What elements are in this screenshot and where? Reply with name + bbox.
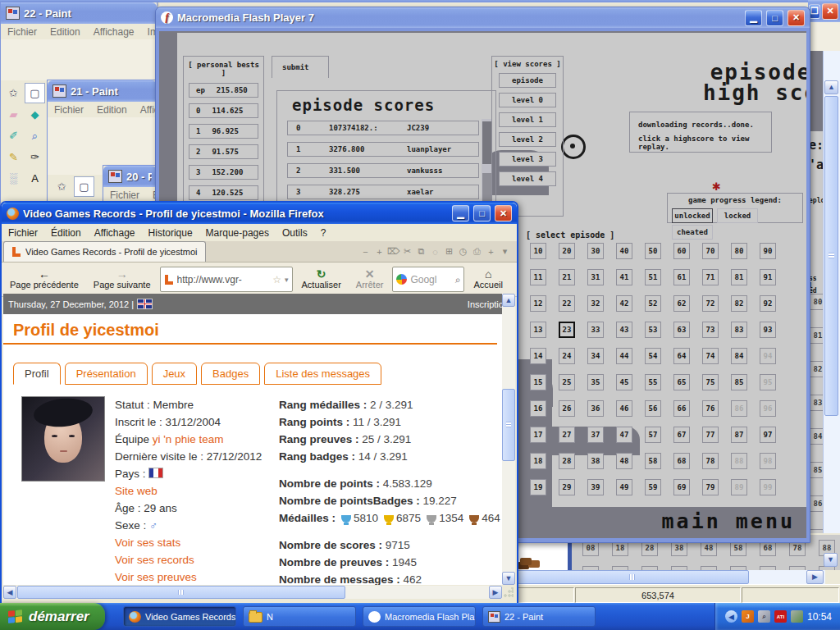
- close-button[interactable]: ✕: [788, 10, 805, 26]
- java-tray-icon[interactable]: J: [742, 610, 754, 623]
- profile-link[interactable]: Voir ses stats: [115, 536, 180, 549]
- episode-cell-25[interactable]: 25: [559, 374, 575, 390]
- view-score-button[interactable]: level 1: [499, 112, 556, 127]
- search-box[interactable]: Googl ⌕: [392, 267, 464, 292]
- background-episode-cell[interactable]: 80: [810, 294, 823, 310]
- background-episode-cell[interactable]: 83: [810, 395, 823, 411]
- browser-tab[interactable]: Video Games Records - Profil de yicestmo…: [3, 241, 206, 262]
- episode-cell-78[interactable]: 78: [702, 453, 719, 469]
- personal-best-row[interactable]: 3 152.200: [189, 165, 258, 180]
- episode-cell-20[interactable]: 20: [559, 243, 575, 259]
- background-episode-cell[interactable]: 86: [810, 495, 823, 512]
- profile-link[interactable]: Voir ses records: [115, 554, 194, 566]
- episode-cell-40[interactable]: 40: [616, 243, 632, 259]
- episode-cell-79[interactable]: 79: [702, 479, 719, 495]
- episode-cell-70[interactable]: 70: [702, 243, 719, 259]
- episode-cell-77[interactable]: 77: [702, 427, 719, 443]
- delete-icon[interactable]: ⌦: [386, 246, 400, 257]
- menu-item[interactable]: Édition: [44, 226, 88, 240]
- profile-link[interactable]: yi 'n phie team: [153, 433, 224, 445]
- profile-link[interactable]: Site web: [115, 485, 158, 497]
- episode-cell-43[interactable]: 43: [616, 322, 632, 338]
- personal-best-row[interactable]: 1 96.925: [189, 124, 258, 139]
- scroll-down-icon[interactable]: ▼: [502, 572, 515, 585]
- ati-tray-icon[interactable]: ATI: [774, 610, 787, 623]
- episode-cell-63[interactable]: 63: [673, 322, 690, 338]
- episode-cell-49[interactable]: 49: [616, 479, 632, 495]
- episode-cell-29[interactable]: 29: [559, 479, 575, 495]
- episode-cell-33[interactable]: 33: [587, 322, 604, 338]
- profile-tab[interactable]: Liste des messages: [264, 363, 381, 385]
- menu-item[interactable]: Affichage: [88, 226, 142, 240]
- inscription-link[interactable]: Inscription: [468, 299, 502, 309]
- episode-cell-65[interactable]: 65: [673, 374, 690, 390]
- freeform-select-tool[interactable]: ✩: [3, 83, 24, 103]
- episode-cell-76[interactable]: 76: [702, 400, 719, 417]
- menu-item[interactable]: Fichier: [2, 226, 44, 240]
- personal-best-row[interactable]: 0 114.625: [189, 103, 258, 118]
- new-window-icon[interactable]: ⊞: [442, 246, 456, 257]
- minimize-button[interactable]: ▁: [452, 205, 469, 221]
- episode-cell-53[interactable]: 53: [645, 322, 661, 338]
- episode-cell-47[interactable]: 47: [616, 427, 632, 443]
- tray-icon[interactable]: [791, 610, 803, 623]
- select-tool[interactable]: ▢: [25, 83, 45, 103]
- view-score-button[interactable]: level 0: [499, 93, 556, 107]
- url-text[interactable]: http://www.vgr-: [177, 274, 270, 285]
- episode-cell-22[interactable]: 22: [559, 295, 575, 312]
- episode-cell-64[interactable]: 64: [673, 348, 690, 364]
- episode-cell-67[interactable]: 67: [673, 427, 690, 443]
- background-vertical-scrollbar[interactable]: ▲: [823, 51, 840, 533]
- episode-cell-61[interactable]: 61: [673, 269, 690, 285]
- highscore-row[interactable]: 3 328.275 xaelar: [287, 185, 479, 199]
- episode-cell-11[interactable]: 11: [530, 269, 546, 285]
- task-n-folder[interactable]: N: [243, 606, 356, 627]
- scroll-up-icon[interactable]: ▲: [502, 294, 515, 307]
- episode-cell-56[interactable]: 56: [645, 400, 661, 417]
- episode-cell-46[interactable]: 46: [616, 400, 632, 417]
- episode-cell-21[interactable]: 21: [559, 269, 575, 285]
- scrollbar-thumb[interactable]: [515, 570, 749, 584]
- episode-cell-52[interactable]: 52: [645, 295, 661, 312]
- episode-cell-81[interactable]: 81: [731, 269, 747, 285]
- resize-grip[interactable]: [504, 587, 514, 597]
- view-score-button[interactable]: level 2: [499, 132, 556, 147]
- task-firefox[interactable]: Video Games Records...: [123, 606, 236, 627]
- episode-cell-84[interactable]: 84: [731, 348, 747, 364]
- episode-cell-26[interactable]: 26: [559, 400, 575, 417]
- background-episode-cell[interactable]: 82: [810, 361, 823, 377]
- episode-cell-85[interactable]: 85: [731, 374, 747, 390]
- uk-flag-icon[interactable]: [137, 299, 153, 309]
- episode-cell-80[interactable]: 80: [731, 243, 747, 259]
- episode-cell-16[interactable]: 16: [530, 400, 546, 417]
- cut-icon[interactable]: ✂: [400, 246, 414, 257]
- episode-cell-69[interactable]: 69: [673, 479, 690, 495]
- scroll-right-icon[interactable]: ▶: [806, 570, 824, 584]
- episode-cell-72[interactable]: 72: [702, 295, 719, 312]
- episode-cell-88[interactable]: 88: [731, 453, 747, 469]
- episode-cell-30[interactable]: 30: [587, 243, 604, 259]
- submit-button[interactable]: submit: [272, 56, 329, 78]
- episode-cell-92[interactable]: 92: [760, 295, 776, 312]
- add-toolbar-icon[interactable]: +: [484, 247, 498, 257]
- episode-cell-89[interactable]: 89: [731, 479, 747, 495]
- search-magnifier-icon[interactable]: ⌕: [455, 274, 461, 285]
- select-tool[interactable]: ▢: [74, 176, 94, 197]
- menu-item[interactable]: Edition: [43, 25, 87, 39]
- episode-cell-93[interactable]: 93: [760, 322, 776, 338]
- episode-cell-15[interactable]: 15: [530, 374, 546, 390]
- minimize-button[interactable]: ▁: [745, 10, 762, 26]
- pencil-tool[interactable]: ✎: [3, 147, 24, 167]
- episode-cell-91[interactable]: 91: [760, 269, 776, 285]
- highscore-row[interactable]: 1 3276.800 luanplayer: [287, 142, 479, 157]
- episode-cell-96[interactable]: 96: [760, 400, 776, 417]
- hide-icons-chevron-icon[interactable]: ◀: [725, 610, 737, 623]
- magnifier-tray-icon[interactable]: ⌕: [758, 610, 770, 623]
- episode-cell-19[interactable]: 19: [530, 479, 546, 495]
- scrollbar-thumb[interactable]: [17, 586, 345, 599]
- scroll-up-icon[interactable]: ▲: [824, 80, 838, 94]
- menu-item[interactable]: Historique: [142, 226, 199, 240]
- paint20-titlebar[interactable]: 20 - Pa: [103, 166, 157, 187]
- highscore-row[interactable]: 2 331.500 vankusss: [287, 163, 479, 178]
- episode-cell-87[interactable]: 87: [731, 427, 747, 443]
